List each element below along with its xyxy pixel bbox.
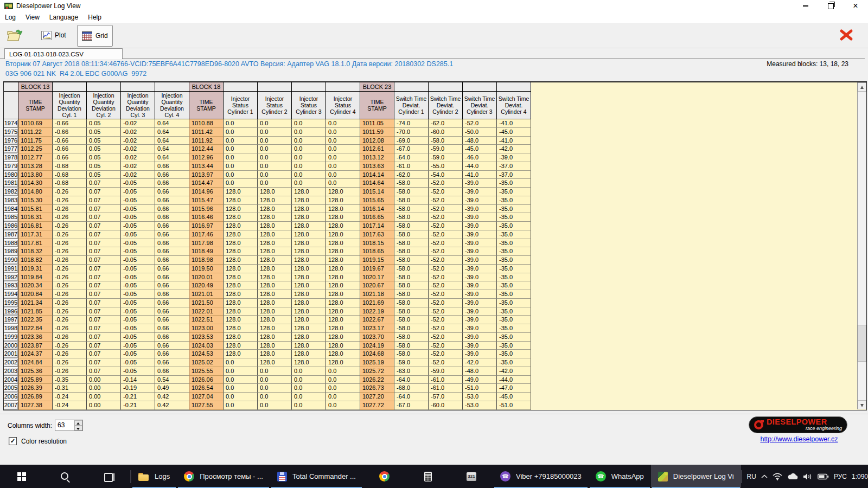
value-cell[interactable]: 128.0 bbox=[292, 188, 326, 196]
timestamp-cell[interactable]: 1023.87 bbox=[18, 342, 53, 350]
timestamp-cell[interactable]: 1017.31 bbox=[18, 230, 53, 239]
value-cell[interactable]: 128.0 bbox=[224, 213, 258, 222]
value-cell[interactable]: -53.0 bbox=[463, 393, 497, 401]
timestamp-cell[interactable]: 1015.30 bbox=[18, 196, 53, 205]
plot-view-button[interactable]: Plot bbox=[37, 25, 71, 46]
value-cell[interactable]: -39.0 bbox=[463, 299, 497, 307]
value-cell[interactable]: -52.0 bbox=[429, 239, 463, 248]
value-cell[interactable]: 0.66 bbox=[155, 273, 189, 282]
value-cell[interactable]: -0.14 bbox=[121, 376, 155, 384]
value-cell[interactable]: 0.66 bbox=[155, 256, 189, 265]
value-cell[interactable]: 128.0 bbox=[326, 333, 360, 342]
value-cell[interactable]: -44.0 bbox=[497, 376, 531, 384]
value-cell[interactable]: 0.07 bbox=[87, 239, 121, 248]
value-cell[interactable]: 0.0 bbox=[224, 358, 258, 367]
value-cell[interactable]: -54.0 bbox=[429, 171, 463, 179]
value-cell[interactable]: 128.0 bbox=[326, 222, 360, 230]
taskbar-chrome[interactable] bbox=[363, 465, 406, 488]
scroll-up-arrow[interactable] bbox=[858, 82, 866, 92]
value-cell[interactable]: 0.0 bbox=[292, 171, 326, 179]
timestamp-cell[interactable]: 1022.84 bbox=[18, 324, 53, 333]
value-cell[interactable]: 0.0 bbox=[326, 393, 360, 401]
value-cell[interactable]: 128.0 bbox=[258, 290, 292, 299]
value-cell[interactable]: -52.0 bbox=[429, 222, 463, 230]
timestamp-cell[interactable]: 1012.25 bbox=[18, 145, 53, 153]
value-cell[interactable]: 0.0 bbox=[224, 153, 258, 162]
value-cell[interactable]: 0.00 bbox=[87, 393, 121, 401]
timestamp-cell[interactable]: 1020.01 bbox=[189, 273, 224, 282]
value-cell[interactable]: -0.05 bbox=[121, 367, 155, 376]
timestamp-cell[interactable]: 1024.68 bbox=[360, 350, 394, 358]
value-cell[interactable]: -0.68 bbox=[53, 179, 87, 188]
value-cell[interactable]: 128.0 bbox=[326, 256, 360, 265]
value-cell[interactable]: -0.05 bbox=[121, 239, 155, 248]
row-number[interactable]: 2005 bbox=[4, 384, 18, 393]
value-cell[interactable]: -39.0 bbox=[463, 281, 497, 290]
timestamp-cell[interactable]: 1027.20 bbox=[360, 393, 394, 401]
value-cell[interactable]: -0.26 bbox=[53, 367, 87, 376]
row-number[interactable]: 2004 bbox=[4, 376, 18, 384]
value-cell[interactable]: -52.0 bbox=[429, 307, 463, 316]
value-cell[interactable]: -44.0 bbox=[463, 162, 497, 171]
value-cell[interactable]: -35.0 bbox=[497, 273, 531, 282]
value-cell[interactable]: -52.0 bbox=[429, 247, 463, 256]
timestamp-cell[interactable]: 1024.03 bbox=[189, 342, 224, 350]
value-cell[interactable]: -68.0 bbox=[394, 384, 429, 393]
value-cell[interactable]: -0.05 bbox=[121, 342, 155, 350]
value-cell[interactable]: 128.0 bbox=[292, 324, 326, 333]
timestamp-cell[interactable]: 1020.84 bbox=[18, 290, 53, 299]
value-cell[interactable]: -58.0 bbox=[394, 265, 429, 273]
value-cell[interactable]: -0.26 bbox=[53, 307, 87, 316]
value-cell[interactable]: 128.0 bbox=[224, 247, 258, 256]
value-cell[interactable]: 128.0 bbox=[326, 350, 360, 358]
value-cell[interactable]: 128.0 bbox=[258, 205, 292, 214]
value-cell[interactable]: -58.0 bbox=[394, 290, 429, 299]
timestamp-cell[interactable]: 1014.47 bbox=[189, 179, 224, 188]
value-cell[interactable]: 128.0 bbox=[292, 205, 326, 214]
row-number[interactable]: 1983 bbox=[4, 196, 18, 205]
value-cell[interactable]: 0.07 bbox=[87, 179, 121, 188]
value-cell[interactable]: -58.0 bbox=[394, 333, 429, 342]
value-cell[interactable]: 0.0 bbox=[224, 376, 258, 384]
value-cell[interactable]: 0.07 bbox=[87, 333, 121, 342]
value-cell[interactable]: -57.0 bbox=[429, 393, 463, 401]
value-cell[interactable]: 0.66 bbox=[155, 333, 189, 342]
row-number[interactable]: 1974 bbox=[4, 119, 18, 128]
value-cell[interactable]: -0.26 bbox=[53, 247, 87, 256]
row-number[interactable]: 2006 bbox=[4, 393, 18, 401]
timestamp-cell[interactable]: 1025.02 bbox=[189, 358, 224, 367]
timestamp-cell[interactable]: 1019.67 bbox=[360, 265, 394, 273]
timestamp-cell[interactable]: 1014.96 bbox=[189, 188, 224, 196]
value-cell[interactable]: 128.0 bbox=[292, 290, 326, 299]
value-cell[interactable]: -0.05 bbox=[121, 179, 155, 188]
value-cell[interactable]: 0.0 bbox=[258, 145, 292, 153]
value-cell[interactable]: -58.0 bbox=[394, 324, 429, 333]
value-cell[interactable]: -61.0 bbox=[429, 384, 463, 393]
value-cell[interactable]: 128.0 bbox=[258, 358, 292, 367]
value-cell[interactable]: 0.0 bbox=[326, 119, 360, 128]
value-cell[interactable]: 0.07 bbox=[87, 188, 121, 196]
value-cell[interactable]: -37.0 bbox=[497, 162, 531, 171]
value-cell[interactable]: -58.0 bbox=[394, 239, 429, 248]
scroll-track[interactable] bbox=[858, 92, 866, 400]
value-cell[interactable]: 128.0 bbox=[292, 333, 326, 342]
value-cell[interactable]: 0.0 bbox=[224, 393, 258, 401]
row-number[interactable]: 1980 bbox=[4, 171, 18, 179]
value-cell[interactable]: -61.0 bbox=[429, 376, 463, 384]
clock[interactable]: 1:09 08.08.2018 bbox=[852, 473, 868, 480]
value-cell[interactable]: 0.66 bbox=[155, 265, 189, 273]
row-number[interactable]: 1982 bbox=[4, 188, 18, 196]
timestamp-cell[interactable]: 1021.34 bbox=[18, 299, 53, 307]
timestamp-cell[interactable]: 1021.01 bbox=[189, 290, 224, 299]
value-cell[interactable]: -39.0 bbox=[463, 196, 497, 205]
value-cell[interactable]: 0.66 bbox=[155, 222, 189, 230]
value-cell[interactable]: -39.0 bbox=[463, 333, 497, 342]
spinner-up-button[interactable] bbox=[74, 420, 82, 426]
value-cell[interactable]: -0.05 bbox=[121, 299, 155, 307]
timestamp-cell[interactable]: 1025.55 bbox=[189, 367, 224, 376]
value-cell[interactable]: -39.0 bbox=[463, 307, 497, 316]
keyboard-layout-indicator[interactable]: РУС bbox=[834, 473, 847, 480]
value-cell[interactable]: 128.0 bbox=[326, 273, 360, 282]
row-number[interactable]: 1978 bbox=[4, 153, 18, 162]
value-cell[interactable]: -0.68 bbox=[53, 162, 87, 171]
